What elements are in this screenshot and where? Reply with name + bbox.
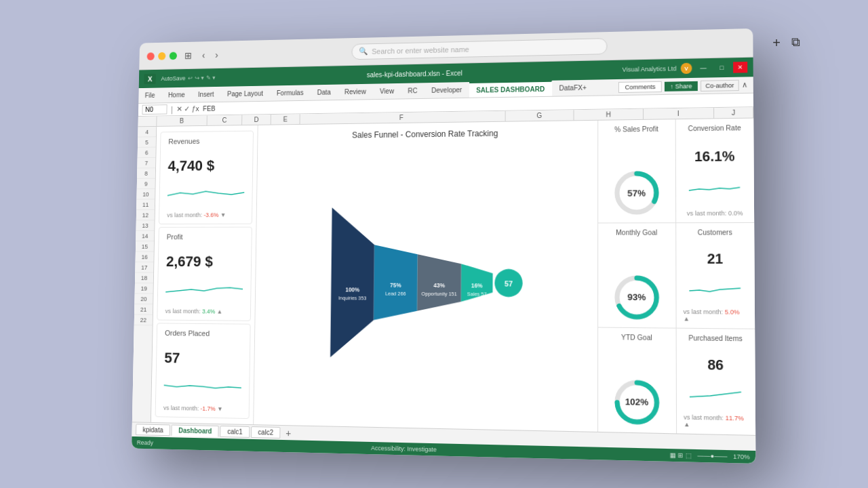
minimize-button[interactable]: — [696, 62, 711, 74]
col-i[interactable]: I [644, 108, 714, 119]
new-tab-icon[interactable]: + [772, 35, 781, 51]
row-14: 14 [136, 231, 154, 241]
svg-text:43%: 43% [433, 283, 445, 289]
tab-data[interactable]: Data [311, 85, 338, 100]
tab-developer[interactable]: Developer [425, 82, 469, 98]
row-10: 10 [136, 189, 155, 200]
row-19: 19 [135, 283, 153, 294]
right-kpi-grid: % Sales Profit 57% [598, 119, 755, 435]
monthly-goal-title: Monthly Goal [605, 229, 668, 237]
svg-text:100%: 100% [345, 287, 359, 293]
col-h[interactable]: H [574, 109, 644, 121]
orders-vs: vs last month: -1.7% ▼ [163, 405, 241, 413]
row-5: 5 [138, 137, 156, 148]
revenues-title: Revenues [168, 137, 245, 146]
autosave-label: AutoSave [161, 75, 185, 82]
sheet-tab-kpidata[interactable]: kpidata [136, 424, 170, 436]
grid-body: 4 5 6 7 8 9 10 11 12 13 14 15 16 17 [132, 119, 755, 435]
dashboard-grid: Revenues 4,740 $ vs last month: [151, 119, 755, 435]
dashboard-content: Revenues 4,740 $ vs last month: [151, 119, 755, 435]
tab-insert[interactable]: Insert [192, 87, 221, 102]
funnel-section: Sales Funnel - Conversion Rate Tracking [254, 121, 598, 432]
tab-view[interactable]: View [373, 83, 401, 99]
customers-card: Customers 21 vs last month: 5.0% ▲ [676, 223, 755, 328]
col-g[interactable]: G [506, 110, 574, 121]
svg-text:Sales 57: Sales 57 [467, 291, 486, 297]
row-6: 6 [138, 148, 156, 159]
excel-logo: X [144, 74, 156, 85]
tab-formulas[interactable]: Formulas [270, 85, 311, 100]
purchased-vs: vs last month: 11.7% ▲ [684, 413, 748, 429]
tab-file[interactable]: File [138, 87, 162, 103]
row-12: 12 [136, 210, 155, 221]
maximize-traffic-light[interactable] [170, 52, 177, 60]
minimize-traffic-light[interactable] [158, 52, 165, 60]
monthly-goal-donut: 93% [612, 273, 662, 322]
row-21: 21 [134, 304, 153, 315]
tab-home[interactable]: Home [161, 87, 192, 103]
conversion-vs: vs last month: 0.0% [687, 210, 743, 218]
tab-review[interactable]: Review [338, 84, 373, 100]
address-bar[interactable]: 🔍 Search or enter website name [351, 38, 607, 60]
coauthor-button[interactable]: Co-author [701, 79, 739, 91]
ytd-goal-card: YTD Goal 102% [598, 327, 675, 433]
row-8: 8 [137, 168, 155, 179]
tab-datafx[interactable]: DataFX+ [552, 80, 594, 96]
split-view-icon[interactable]: ⧉ [791, 35, 800, 51]
profit-value: 2,679 $ [166, 253, 243, 270]
excel-filename: sales-kpi-dashboard.xlsn - Excel [216, 66, 622, 81]
tab-page-layout[interactable]: Page Layout [221, 85, 271, 101]
sheet-tab-calc2[interactable]: calc2 [251, 426, 281, 439]
ytd-goal-donut: 102% [612, 378, 662, 428]
header-spacer [138, 117, 157, 127]
revenues-value: 4,740 $ [167, 157, 245, 174]
funnel-chart: 100% Inquiries 353 75% Lead 266 43% Oppo… [260, 144, 591, 424]
row-11: 11 [136, 199, 155, 210]
profit-card: Profit 2,679 $ vs last month: [157, 227, 252, 321]
zoom-slider[interactable]: ——●—— [697, 452, 727, 460]
tab-rc[interactable]: RC [401, 83, 425, 98]
formula-sep: | [171, 104, 173, 113]
row-13: 13 [136, 220, 155, 230]
row-9: 9 [137, 179, 155, 190]
col-d[interactable]: D [242, 115, 271, 125]
col-j[interactable]: J [714, 107, 753, 118]
monthly-goal-card: Monthly Goal 93% [598, 224, 675, 328]
row-7: 7 [137, 158, 155, 169]
sheet-tab-calc1[interactable]: calc1 [220, 426, 250, 438]
orders-sparkline [163, 379, 241, 394]
col-c[interactable]: C [208, 115, 243, 125]
collapse-ribbon-button[interactable]: ∧ [742, 81, 748, 89]
add-sheet-button[interactable]: + [281, 428, 295, 439]
user-avatar[interactable]: V [681, 63, 692, 75]
restore-button[interactable]: □ [715, 62, 729, 74]
name-box[interactable] [142, 104, 167, 115]
profit-vs: vs last month: 3.4% ▲ [165, 308, 243, 315]
row-16: 16 [136, 252, 154, 263]
profit-sparkline [165, 283, 243, 296]
back-button[interactable]: ‹ [199, 47, 208, 62]
sidebar-toggle-button[interactable]: ⊞ [182, 47, 195, 63]
close-traffic-light[interactable] [147, 52, 155, 60]
comments-button[interactable]: Comments [618, 81, 661, 92]
revenues-card: Revenues 4,740 $ vs last month: [159, 131, 254, 224]
traffic-lights [147, 52, 177, 60]
row-4: 4 [138, 127, 156, 138]
forward-button[interactable]: › [212, 47, 220, 62]
orders-title: Orders Placed [165, 329, 242, 338]
svg-marker-0 [330, 207, 375, 358]
revenues-vs: vs last month: -3.6% ▼ [167, 211, 244, 218]
svg-text:16%: 16% [471, 283, 482, 289]
ytd-goal-value: 102% [625, 396, 649, 407]
share-button[interactable]: ↑ Share [665, 81, 698, 91]
col-b[interactable]: B [157, 115, 208, 125]
col-e[interactable]: E [271, 114, 300, 124]
ready-status: Ready [137, 439, 153, 446]
row-15: 15 [136, 241, 154, 251]
accessibility-status: Accessibility: Investigate [371, 445, 437, 453]
close-button[interactable]: ✕ [733, 62, 747, 73]
row-20: 20 [134, 293, 153, 304]
sheet-tab-dashboard[interactable]: Dashboard [172, 425, 219, 437]
tab-sales-dashboard[interactable]: SALES DASHBOARD [469, 81, 552, 98]
conversion-rate-card: Conversion Rate 16.1% vs last month: 0.0… [675, 119, 754, 223]
